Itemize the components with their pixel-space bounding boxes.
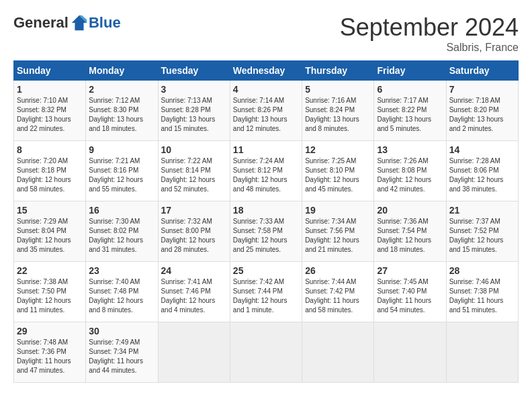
calendar-cell: 9Sunrise: 7:21 AM Sunset: 8:16 PM Daylig…: [86, 141, 158, 201]
calendar-cell: 24Sunrise: 7:41 AM Sunset: 7:46 PM Dayli…: [158, 262, 230, 322]
calendar-week-3: 15Sunrise: 7:29 AM Sunset: 8:04 PM Dayli…: [14, 201, 519, 262]
day-number: 14: [449, 144, 515, 155]
cell-content: Sunrise: 7:24 AM Sunset: 8:12 PM Dayligh…: [233, 156, 299, 194]
cell-content: Sunrise: 7:38 AM Sunset: 7:50 PM Dayligh…: [17, 277, 83, 315]
cell-content: Sunrise: 7:32 AM Sunset: 8:00 PM Dayligh…: [161, 217, 227, 255]
col-tuesday: Tuesday: [158, 61, 230, 81]
day-number: 22: [17, 265, 83, 276]
cell-content: Sunrise: 7:30 AM Sunset: 8:02 PM Dayligh…: [89, 217, 154, 255]
cell-content: Sunrise: 7:10 AM Sunset: 8:32 PM Dayligh…: [17, 96, 83, 134]
cell-content: Sunrise: 7:22 AM Sunset: 8:14 PM Dayligh…: [161, 156, 227, 194]
day-number: 4: [233, 84, 299, 95]
calendar-cell: 15Sunrise: 7:29 AM Sunset: 8:04 PM Dayli…: [14, 201, 86, 262]
cell-content: Sunrise: 7:41 AM Sunset: 7:46 PM Dayligh…: [161, 277, 227, 315]
logo-blue: Blue: [89, 14, 121, 32]
calendar-cell: [230, 322, 302, 383]
calendar-cell: 28Sunrise: 7:46 AM Sunset: 7:38 PM Dayli…: [446, 262, 518, 322]
day-number: 2: [89, 84, 154, 95]
day-number: 29: [17, 326, 83, 336]
location: Salbris, France: [340, 42, 519, 54]
col-saturday: Saturday: [446, 61, 518, 81]
calendar-week-4: 22Sunrise: 7:38 AM Sunset: 7:50 PM Dayli…: [14, 262, 519, 322]
cell-content: Sunrise: 7:46 AM Sunset: 7:38 PM Dayligh…: [449, 277, 515, 315]
cell-content: Sunrise: 7:40 AM Sunset: 7:48 PM Dayligh…: [89, 277, 154, 315]
cell-content: Sunrise: 7:34 AM Sunset: 7:56 PM Dayligh…: [305, 217, 371, 255]
calendar-cell: [158, 322, 230, 383]
cell-content: Sunrise: 7:13 AM Sunset: 8:28 PM Dayligh…: [161, 96, 227, 134]
cell-content: Sunrise: 7:45 AM Sunset: 7:40 PM Dayligh…: [377, 277, 443, 315]
calendar-cell: 23Sunrise: 7:40 AM Sunset: 7:48 PM Dayli…: [86, 262, 158, 322]
calendar-table: Sunday Monday Tuesday Wednesday Thursday…: [13, 60, 519, 383]
cell-content: Sunrise: 7:20 AM Sunset: 8:18 PM Dayligh…: [17, 156, 83, 194]
calendar-cell: 20Sunrise: 7:36 AM Sunset: 7:54 PM Dayli…: [374, 201, 446, 262]
calendar-cell: 16Sunrise: 7:30 AM Sunset: 8:02 PM Dayli…: [86, 201, 158, 262]
cell-content: Sunrise: 7:28 AM Sunset: 8:06 PM Dayligh…: [449, 156, 515, 194]
day-number: 23: [89, 265, 154, 276]
calendar-cell: 19Sunrise: 7:34 AM Sunset: 7:56 PM Dayli…: [302, 201, 374, 262]
day-number: 24: [161, 265, 227, 276]
cell-content: Sunrise: 7:16 AM Sunset: 8:24 PM Dayligh…: [305, 96, 371, 134]
col-thursday: Thursday: [302, 61, 374, 81]
day-number: 5: [305, 84, 371, 95]
day-number: 25: [233, 265, 299, 276]
calendar-cell: 6Sunrise: 7:17 AM Sunset: 8:22 PM Daylig…: [374, 81, 446, 141]
day-number: 18: [233, 205, 299, 216]
calendar-cell: 17Sunrise: 7:32 AM Sunset: 8:00 PM Dayli…: [158, 201, 230, 262]
calendar-cell: 14Sunrise: 7:28 AM Sunset: 8:06 PM Dayli…: [446, 141, 518, 201]
day-number: 12: [305, 144, 371, 155]
cell-content: Sunrise: 7:49 AM Sunset: 7:34 PM Dayligh…: [89, 338, 154, 375]
logo-general: General: [13, 14, 69, 32]
calendar-cell: 5Sunrise: 7:16 AM Sunset: 8:24 PM Daylig…: [302, 81, 374, 141]
day-number: 15: [17, 205, 83, 216]
calendar-week-1: 1Sunrise: 7:10 AM Sunset: 8:32 PM Daylig…: [14, 81, 519, 141]
day-number: 17: [161, 205, 227, 216]
calendar-cell: 7Sunrise: 7:18 AM Sunset: 8:20 PM Daylig…: [446, 81, 518, 141]
day-number: 30: [89, 326, 154, 336]
calendar-week-5: 29Sunrise: 7:48 AM Sunset: 7:36 PM Dayli…: [14, 322, 519, 383]
calendar-cell: 29Sunrise: 7:48 AM Sunset: 7:36 PM Dayli…: [14, 322, 86, 383]
calendar-cell: 26Sunrise: 7:44 AM Sunset: 7:42 PM Dayli…: [302, 262, 374, 322]
cell-content: Sunrise: 7:12 AM Sunset: 8:30 PM Dayligh…: [89, 96, 154, 134]
cell-content: Sunrise: 7:37 AM Sunset: 7:52 PM Dayligh…: [449, 217, 515, 255]
day-number: 19: [305, 205, 371, 216]
calendar-week-2: 8Sunrise: 7:20 AM Sunset: 8:18 PM Daylig…: [14, 141, 519, 201]
cell-content: Sunrise: 7:14 AM Sunset: 8:26 PM Dayligh…: [233, 96, 299, 134]
cell-content: Sunrise: 7:36 AM Sunset: 7:54 PM Dayligh…: [377, 217, 443, 255]
calendar-cell: 10Sunrise: 7:22 AM Sunset: 8:14 PM Dayli…: [158, 141, 230, 201]
page-header: General Blue September 2024 Salbris, Fra…: [13, 13, 519, 54]
day-number: 11: [233, 144, 299, 155]
day-number: 9: [89, 144, 154, 155]
day-number: 10: [161, 144, 227, 155]
calendar-cell: 2Sunrise: 7:12 AM Sunset: 8:30 PM Daylig…: [86, 81, 158, 141]
cell-content: Sunrise: 7:26 AM Sunset: 8:08 PM Dayligh…: [377, 156, 443, 194]
logo: General Blue: [13, 13, 121, 32]
calendar-cell: 18Sunrise: 7:33 AM Sunset: 7:58 PM Dayli…: [230, 201, 302, 262]
title-section: September 2024 Salbris, France: [340, 13, 519, 54]
calendar-cell: 12Sunrise: 7:25 AM Sunset: 8:10 PM Dayli…: [302, 141, 374, 201]
col-friday: Friday: [374, 61, 446, 81]
cell-content: Sunrise: 7:18 AM Sunset: 8:20 PM Dayligh…: [449, 96, 515, 134]
calendar-cell: [446, 322, 518, 383]
svg-marker-0: [72, 15, 87, 30]
day-number: 16: [89, 205, 154, 216]
day-number: 6: [377, 84, 443, 95]
day-number: 1: [17, 84, 83, 95]
calendar-cell: 1Sunrise: 7:10 AM Sunset: 8:32 PM Daylig…: [14, 81, 86, 141]
calendar-cell: 22Sunrise: 7:38 AM Sunset: 7:50 PM Dayli…: [14, 262, 86, 322]
day-number: 27: [377, 265, 443, 276]
calendar-cell: 21Sunrise: 7:37 AM Sunset: 7:52 PM Dayli…: [446, 201, 518, 262]
calendar-cell: 3Sunrise: 7:13 AM Sunset: 8:28 PM Daylig…: [158, 81, 230, 141]
calendar-cell: 13Sunrise: 7:26 AM Sunset: 8:08 PM Dayli…: [374, 141, 446, 201]
day-number: 20: [377, 205, 443, 216]
cell-content: Sunrise: 7:17 AM Sunset: 8:22 PM Dayligh…: [377, 96, 443, 134]
day-number: 28: [449, 265, 515, 276]
cell-content: Sunrise: 7:44 AM Sunset: 7:42 PM Dayligh…: [305, 277, 371, 315]
col-sunday: Sunday: [14, 61, 86, 81]
calendar-cell: 8Sunrise: 7:20 AM Sunset: 8:18 PM Daylig…: [14, 141, 86, 201]
day-number: 3: [161, 84, 227, 95]
cell-content: Sunrise: 7:29 AM Sunset: 8:04 PM Dayligh…: [17, 217, 83, 255]
cell-content: Sunrise: 7:42 AM Sunset: 7:44 PM Dayligh…: [233, 277, 299, 315]
header-row: Sunday Monday Tuesday Wednesday Thursday…: [14, 61, 519, 81]
cell-content: Sunrise: 7:48 AM Sunset: 7:36 PM Dayligh…: [17, 338, 83, 375]
day-number: 26: [305, 265, 371, 276]
